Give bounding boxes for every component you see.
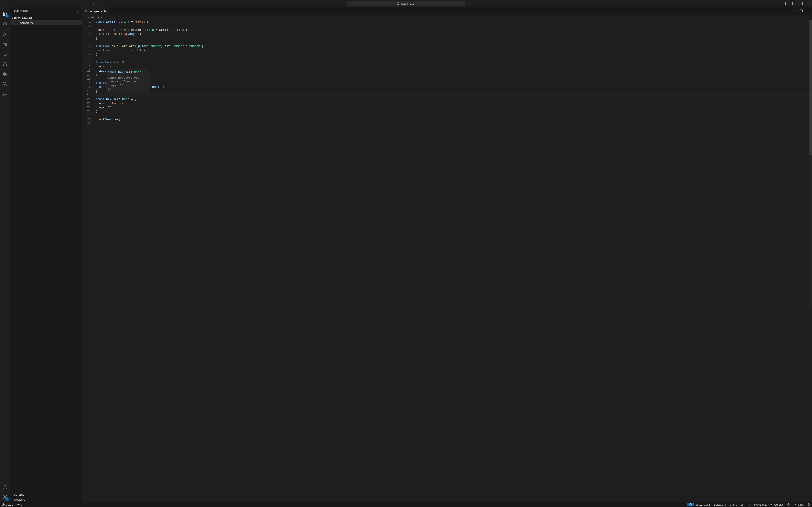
explorer-badge: 1 (5, 14, 9, 18)
suggest-body: const newUser: User = { name: 'Awesome',… (106, 75, 150, 92)
tab-filename: sample.ts (90, 9, 102, 13)
svg-rect-10 (807, 4, 808, 5)
breadcrumb-more: ... (106, 16, 108, 19)
feedback-icon (689, 503, 692, 506)
status-language[interactable]: TypeScript (752, 503, 768, 506)
status-golive[interactable]: Go Live (768, 503, 785, 506)
antenna-icon (17, 503, 20, 506)
breadcrumbs[interactable]: TS sample.ts › ... (82, 15, 812, 20)
split-editor-icon[interactable] (799, 9, 803, 13)
chevron-right-icon: › (103, 16, 104, 19)
status-prettier[interactable] (785, 503, 792, 506)
minimap-thumb[interactable] (809, 20, 812, 155)
search-icon (397, 2, 400, 5)
status-notifications[interactable] (805, 503, 812, 506)
svg-point-13 (3, 25, 4, 26)
typescript-file-icon: TS (15, 22, 19, 24)
activity-run-debug[interactable] (0, 29, 10, 39)
code-content[interactable]: const world: string = 'world'; export fu… (96, 20, 812, 502)
activity-explorer[interactable]: 1 (0, 9, 10, 19)
customize-layout-icon[interactable] (807, 2, 810, 5)
code-fragment: ame}`); (152, 85, 165, 89)
forward-icon[interactable]: → (99, 2, 102, 6)
svg-point-26 (3, 82, 6, 84)
command-center[interactable]: new-project (347, 1, 465, 6)
activity-chat[interactable] (0, 89, 10, 99)
status-spell[interactable]: Spell (792, 503, 805, 506)
title-bar: ← → new-project (0, 0, 812, 7)
activity-remote[interactable] (0, 49, 10, 59)
status-problems[interactable]: 0 0 (0, 503, 15, 506)
activity-testing[interactable] (0, 59, 10, 69)
svg-point-37 (689, 503, 692, 506)
editor-area: TS sample.ts ··· TS sample.ts › ... 1234… (82, 7, 812, 502)
svg-rect-8 (807, 2, 808, 3)
svg-line-42 (788, 504, 790, 505)
breadcrumb-file: sample.ts (90, 16, 102, 19)
search-text: new-project (401, 2, 415, 5)
svg-rect-16 (3, 42, 5, 44)
bell-icon (807, 503, 810, 506)
suggest-widget[interactable]: const newUser: User const newUser: User … (106, 69, 150, 92)
workbench: 1 1 (0, 7, 812, 502)
more-actions-icon[interactable]: ··· (74, 9, 78, 13)
activity-source-control[interactable] (0, 19, 10, 29)
svg-point-15 (3, 35, 4, 36)
file-name: sample.ts (20, 21, 33, 25)
svg-rect-4 (793, 2, 796, 5)
ports-count: 0 (21, 503, 22, 506)
status-feedback[interactable] (687, 503, 694, 506)
status-bar: 0 0 0 Ln 19, Col 1 Spaces: 4 UTF-8 LF { … (0, 502, 812, 507)
svg-point-39 (691, 504, 691, 505)
toggle-sidebar-left-icon[interactable] (785, 2, 789, 5)
svg-rect-11 (809, 4, 810, 5)
chevron-right-icon: › (11, 498, 12, 501)
svg-rect-22 (3, 73, 4, 74)
timeline-panel[interactable]: › TIMELINE (10, 497, 82, 502)
svg-point-29 (4, 496, 6, 498)
svg-rect-23 (4, 73, 5, 74)
tab-bar: TS sample.ts ··· (82, 7, 812, 15)
svg-point-12 (3, 22, 4, 23)
dirty-indicator-icon (104, 10, 106, 12)
svg-point-36 (18, 504, 19, 505)
activity-search[interactable] (0, 79, 10, 89)
outline-label: OUTLINE (13, 494, 24, 496)
folder-header[interactable]: ⌄ NEW-PROJECT (10, 15, 82, 20)
svg-rect-18 (3, 44, 5, 46)
svg-point-40 (771, 504, 772, 505)
error-count: 0 (6, 503, 7, 506)
typescript-file-icon: TS (85, 10, 88, 12)
status-ports[interactable]: 0 (15, 503, 24, 506)
svg-line-27 (6, 84, 7, 86)
svg-point-28 (4, 485, 6, 487)
svg-point-14 (6, 23, 7, 25)
explorer-sidebar: EXPLORER ··· ⌄ NEW-PROJECT TS sample.ts … (10, 7, 82, 502)
svg-rect-20 (3, 52, 7, 55)
more-actions-icon[interactable]: ··· (806, 9, 810, 13)
svg-rect-17 (5, 42, 7, 44)
toggle-panel-icon[interactable] (792, 2, 796, 5)
activity-accounts[interactable] (0, 482, 10, 492)
editor-tab[interactable]: TS sample.ts (82, 7, 108, 15)
status-line-col[interactable]: Ln 19, Col 1 (694, 503, 712, 506)
toggle-sidebar-right-icon[interactable] (799, 2, 803, 5)
line-gutter: 1234567891011121314151617181920212223242… (82, 20, 96, 502)
outline-panel[interactable]: › OUTLINE (10, 492, 82, 497)
layout-controls (785, 2, 810, 5)
code-editor[interactable]: 1234567891011121314151617181920212223242… (82, 20, 812, 502)
activity-extensions[interactable] (0, 39, 10, 49)
status-eol[interactable]: LF (739, 503, 746, 506)
status-brackets[interactable]: { } (746, 503, 752, 506)
editor-actions: ··· (797, 7, 812, 15)
file-tree-item[interactable]: TS sample.ts (10, 20, 82, 25)
activity-docker[interactable] (0, 69, 10, 79)
suggest-header: const newUser: User (106, 69, 150, 75)
status-indent[interactable]: Spaces: 4 (712, 503, 728, 506)
back-icon[interactable]: ← (92, 2, 96, 6)
status-encoding[interactable]: UTF-8 (728, 503, 739, 506)
activity-settings[interactable]: 1 (0, 492, 10, 502)
check-icon (794, 503, 797, 506)
svg-line-1 (399, 4, 399, 5)
timeline-label: TIMELINE (13, 498, 25, 501)
